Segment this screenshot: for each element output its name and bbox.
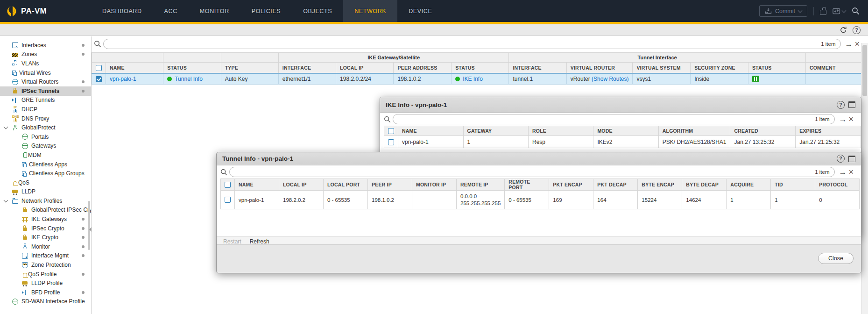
sidebar-item-monitor[interactable]: Monitor: [0, 242, 91, 251]
sidebar-item-globalprotect-ipsec-crypto[interactable]: GlobalProtect IPSec Crypto: [0, 206, 91, 215]
tunnel-search-input[interactable]: [235, 168, 815, 176]
sidebar-item-gateways[interactable]: Gateways: [0, 142, 91, 151]
sidebar-item-zone-protection[interactable]: Zone Protection: [0, 260, 91, 270]
search-input[interactable]: [109, 40, 821, 48]
sidebar-item-lldp[interactable]: LLDP: [0, 187, 91, 197]
col-ike-interface[interactable]: INTERFACE: [278, 63, 336, 73]
sidebar-scrollbar[interactable]: [88, 201, 90, 250]
sidebar-item-bfd-profile[interactable]: BFD Profile: [0, 288, 91, 297]
sidebar-item-clientless-app-groups[interactable]: Clientless App Groups: [0, 169, 91, 178]
sidebar-item-clientless-apps[interactable]: Clientless Apps: [0, 160, 91, 169]
col-virtual-system[interactable]: VIRTUAL SYSTEM: [633, 63, 691, 73]
sidebar-item-dns-proxy[interactable]: DNS Proxy: [0, 114, 91, 123]
col-virtual-router[interactable]: VIRTUAL ROUTER: [566, 63, 633, 73]
col-tunnel-interface[interactable]: INTERFACE: [509, 63, 566, 73]
sidebar-item-vlans[interactable]: VLANs: [0, 59, 91, 68]
select-all-cell[interactable]: [384, 126, 398, 136]
ike-sa-row[interactable]: vpn-palo-1 1 Resp IKEv2 PSK/ DH2/AES128/…: [384, 136, 861, 148]
nav-tab-network[interactable]: NETWORK: [343, 0, 397, 22]
col-tunnel-status[interactable]: STATUS: [748, 63, 805, 73]
sidebar-item-zones[interactable]: Zones: [0, 50, 91, 59]
row-select-cell[interactable]: [384, 136, 398, 148]
col-expires[interactable]: EXPIRES: [796, 126, 861, 136]
col-pkt-encap[interactable]: PKT ENCAP: [549, 179, 593, 191]
tunnel-row-vpn-palo-1[interactable]: vpn-palo-1 Tunnel Info Auto Key ethernet…: [92, 73, 868, 85]
sidebar-item-lldp-profile[interactable]: LLDP Profile: [0, 278, 91, 288]
tunnel-dialog-title-bar[interactable]: Tunnel Info - vpn-palo-1 ?: [217, 152, 861, 165]
global-search-icon[interactable]: [852, 7, 860, 15]
col-ike-status[interactable]: STATUS: [452, 63, 509, 73]
tunnel-info-link[interactable]: Tunnel Info: [175, 76, 203, 82]
apply-filter-arrow-icon[interactable]: →: [839, 168, 847, 176]
col-remote-ip[interactable]: REMOTE IP: [457, 179, 505, 191]
col-local-ip[interactable]: LOCAL IP: [336, 63, 394, 73]
select-all-cell[interactable]: [92, 63, 106, 73]
sidebar-item-virtual-routers[interactable]: Virtual Routers: [0, 77, 91, 86]
nav-tab-policies[interactable]: POLICIES: [240, 0, 292, 22]
unlock-icon[interactable]: [820, 10, 826, 15]
col-local-port[interactable]: LOCAL PORT: [324, 179, 368, 191]
col-pkt-decap[interactable]: PKT DECAP: [593, 179, 638, 191]
show-routes-link[interactable]: (Show Routes): [592, 76, 628, 82]
sidebar-item-mdm[interactable]: MDM: [0, 150, 91, 160]
row-select-cell[interactable]: [92, 73, 106, 85]
select-all-checkbox[interactable]: [96, 65, 102, 71]
sidebar-item-dhcp[interactable]: DHCP: [0, 105, 91, 114]
col-monitor-ip[interactable]: MONITOR IP: [412, 179, 457, 191]
sidebar-item-ike-crypto[interactable]: IKE Crypto: [0, 233, 91, 242]
window-restore-icon[interactable]: [848, 156, 855, 162]
select-all-checkbox[interactable]: [225, 182, 231, 188]
help-icon[interactable]: ?: [837, 155, 845, 163]
refresh-button[interactable]: Refresh: [250, 238, 269, 245]
col-protocol[interactable]: PROTOCOL: [815, 179, 860, 191]
ike-dialog-title-bar[interactable]: IKE Info - vpn-palo-1 ?: [380, 97, 861, 113]
nav-tab-acc[interactable]: ACC: [153, 0, 189, 22]
col-tid[interactable]: TID: [771, 179, 815, 191]
col-status[interactable]: STATUS: [163, 63, 221, 73]
apply-filter-arrow-icon[interactable]: →: [839, 115, 847, 123]
sidebar-item-portals[interactable]: Portals: [0, 132, 91, 142]
sidebar-item-globalprotect[interactable]: GlobalProtect: [0, 123, 91, 132]
col-comment[interactable]: COMMENT: [805, 63, 868, 73]
apply-filter-arrow-icon[interactable]: →: [845, 40, 853, 48]
col-security-zone[interactable]: SECURITY ZONE: [691, 63, 748, 73]
sidebar-item-gre-tunnels[interactable]: GRE Tunnels: [0, 96, 91, 105]
tunnel-name-link[interactable]: vpn-palo-1: [110, 76, 136, 82]
chevron-down-icon[interactable]: [4, 125, 8, 129]
window-restore-icon[interactable]: [848, 101, 855, 108]
clear-filter-icon[interactable]: ×: [848, 115, 854, 123]
col-name[interactable]: NAME: [106, 63, 163, 73]
col-role[interactable]: ROLE: [529, 126, 593, 136]
col-remote-port[interactable]: REMOTE PORT: [505, 179, 549, 191]
restart-button[interactable]: Restart: [223, 238, 241, 245]
sidebar-item-qos[interactable]: QoS: [0, 178, 91, 187]
help-icon[interactable]: ?: [853, 26, 861, 34]
row-checkbox-checked[interactable]: [96, 76, 102, 82]
col-name[interactable]: NAME: [235, 179, 279, 191]
col-acquire[interactable]: ACQUIRE: [727, 179, 771, 191]
col-type[interactable]: TYPE: [221, 63, 278, 73]
col-byte-encap[interactable]: BYTE ENCAP: [638, 179, 682, 191]
col-mode[interactable]: MODE: [593, 126, 658, 136]
nav-tab-device[interactable]: DEVICE: [397, 0, 443, 22]
refresh-icon[interactable]: [840, 26, 847, 34]
sidebar-item-qos-profile[interactable]: QoS Profile: [0, 270, 91, 279]
col-local-ip[interactable]: LOCAL IP: [279, 179, 324, 191]
close-button[interactable]: Close: [818, 253, 854, 264]
col-peer-address[interactable]: PEER ADDRESS: [394, 63, 452, 73]
main-scrollbar[interactable]: [861, 43, 868, 314]
col-gateway[interactable]: GATEWAY: [463, 126, 529, 136]
sidebar-item-interface-mgmt[interactable]: Interface Mgmt: [0, 251, 91, 261]
sidebar-item-ipsec-crypto[interactable]: IPSec Crypto: [0, 224, 91, 233]
config-sync-control[interactable]: [833, 8, 846, 14]
clear-filter-icon[interactable]: ×: [854, 40, 860, 48]
col-byte-decap[interactable]: BYTE DECAP: [682, 179, 727, 191]
col-algorithm[interactable]: ALGORITHM: [658, 126, 730, 136]
sidebar-item-network-profiles[interactable]: Network Profiles: [0, 196, 91, 206]
select-all-cell[interactable]: [221, 179, 235, 191]
row-checkbox[interactable]: [225, 197, 231, 203]
nav-tab-objects[interactable]: OBJECTS: [292, 0, 343, 22]
sidebar-item-sd-wan-interface-profile[interactable]: SD-WAN Interface Profile: [0, 297, 91, 307]
sidebar-item-virtual-wires[interactable]: Virtual Wires: [0, 68, 91, 78]
tunnel-sa-row[interactable]: vpn-palo-1 198.2.0.2 0 - 65535 198.1.0.2…: [221, 191, 860, 209]
